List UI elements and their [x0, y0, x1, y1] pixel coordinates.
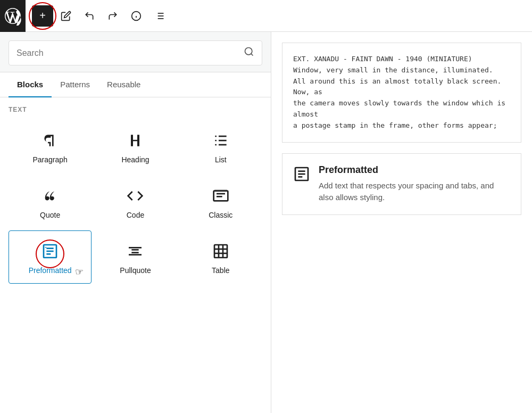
code-icon	[127, 186, 144, 205]
block-desc-title: Preformatted	[319, 164, 510, 176]
tabs-area: Blocks Patterns Reusable	[0, 72, 271, 97]
code-line-5: a postage stamp in the frame, other form…	[293, 120, 510, 131]
block-label-paragraph: Paragraph	[32, 155, 67, 164]
pullquote-icon	[127, 242, 144, 261]
block-item-list[interactable]: List	[179, 120, 262, 173]
code-line-2: Window, very small in the distance, illu…	[293, 65, 510, 76]
block-label-heading: Heading	[121, 155, 149, 164]
blocks-area: TEXT Paragraph	[0, 97, 271, 413]
quote-icon	[41, 186, 59, 205]
redo-icon	[107, 11, 118, 21]
block-desc-text: Preformatted Add text that respects your…	[319, 164, 510, 204]
search-icon[interactable]	[244, 46, 254, 60]
svg-line-10	[251, 54, 253, 56]
search-area	[0, 32, 271, 72]
svg-rect-30	[214, 245, 227, 258]
blocks-grid: Paragraph Heading	[9, 120, 262, 284]
block-item-paragraph[interactable]: Paragraph	[9, 120, 92, 173]
info-button[interactable]	[126, 5, 147, 27]
table-icon	[212, 242, 229, 261]
svg-rect-25	[45, 247, 47, 247]
block-desc-icon	[293, 166, 310, 186]
wp-logo	[0, 0, 26, 32]
block-label-list: List	[215, 155, 227, 164]
tab-patterns[interactable]: Patterns	[52, 72, 98, 97]
block-item-quote[interactable]: Quote	[9, 175, 92, 228]
block-label-classic: Classic	[209, 211, 232, 219]
block-label-pullquote: Pullquote	[120, 266, 151, 275]
list-view-button[interactable]	[149, 5, 170, 27]
list-view-icon	[154, 11, 165, 21]
code-line-3: All around this is an almost totally bla…	[293, 76, 510, 98]
svg-rect-15	[215, 140, 217, 142]
svg-point-9	[245, 48, 252, 55]
search-box	[9, 40, 262, 65]
preformatted-icon	[41, 242, 59, 261]
svg-rect-16	[215, 144, 217, 146]
pencil-icon	[61, 11, 71, 21]
section-label-text: TEXT	[9, 106, 262, 113]
block-item-heading[interactable]: Heading	[94, 120, 177, 173]
cursor-hand-icon: ☞	[75, 266, 84, 278]
block-description-panel: Preformatted Add text that respects your…	[282, 153, 521, 215]
block-item-preformatted[interactable]: Preformatted ☞	[9, 230, 92, 284]
code-preview: EXT. XANADU - FAINT DAWN - 1940 (MINIATU…	[282, 43, 521, 143]
paragraph-icon	[41, 131, 59, 150]
block-label-quote: Quote	[40, 211, 60, 219]
code-line-4: the camera moves slowly towards the wind…	[293, 98, 510, 120]
tab-reusable[interactable]: Reusable	[98, 72, 149, 97]
wp-logo-icon	[3, 6, 22, 26]
right-panel: EXT. XANADU - FAINT DAWN - 1940 (MINIATU…	[271, 32, 532, 413]
search-input[interactable]	[16, 48, 239, 58]
classic-icon	[212, 186, 229, 205]
block-label-table: Table	[212, 266, 229, 275]
redo-button[interactable]	[102, 5, 123, 27]
list-icon	[212, 131, 229, 150]
block-label-preformatted: Preformatted	[29, 266, 72, 275]
block-item-code[interactable]: Code	[94, 175, 177, 228]
block-item-pullquote[interactable]: Pullquote	[94, 230, 177, 284]
block-desc-description: Add text that respects your spacing and …	[319, 180, 510, 204]
blocks-panel: Blocks Patterns Reusable TEXT Paragraph	[0, 32, 271, 413]
block-label-code: Code	[127, 211, 144, 219]
undo-button[interactable]	[79, 5, 100, 27]
toolbar: +	[0, 0, 532, 32]
edit-button[interactable]	[55, 5, 77, 27]
code-line-1: EXT. XANADU - FAINT DAWN - 1940 (MINIATU…	[293, 54, 510, 65]
svg-rect-20	[214, 189, 227, 192]
tab-blocks[interactable]: Blocks	[9, 72, 52, 97]
main-area: Blocks Patterns Reusable TEXT Paragraph	[0, 32, 532, 413]
block-item-classic[interactable]: Classic	[179, 175, 262, 228]
info-icon	[131, 11, 142, 21]
heading-icon	[127, 131, 144, 150]
undo-icon	[84, 11, 95, 21]
add-block-button[interactable]: +	[32, 5, 53, 27]
svg-rect-14	[215, 136, 217, 137]
block-item-table[interactable]: Table	[179, 230, 262, 284]
